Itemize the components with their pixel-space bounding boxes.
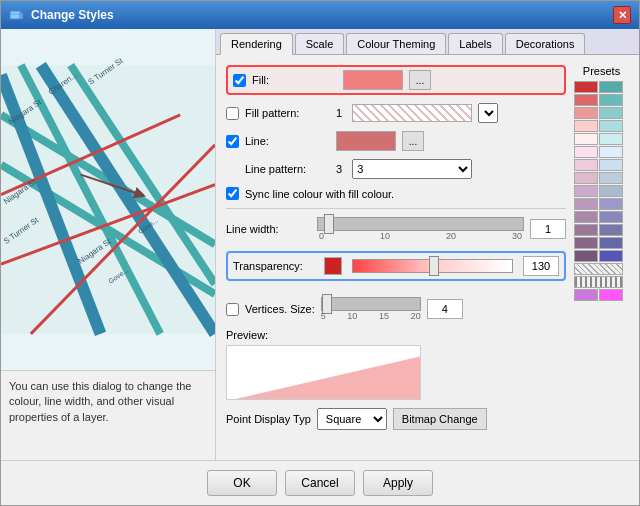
preset-swatch[interactable] <box>574 276 623 288</box>
fill-checkbox[interactable] <box>233 74 246 87</box>
tab-rendering[interactable]: Rendering <box>220 33 293 55</box>
sync-checkbox[interactable] <box>226 187 239 200</box>
preset-swatch[interactable] <box>574 224 598 236</box>
vertices-row: Vertices. Size: 5 10 15 20 4 <box>226 297 566 321</box>
preset-swatch[interactable] <box>599 146 623 158</box>
preset-swatch[interactable] <box>574 120 598 132</box>
preset-swatch[interactable] <box>574 172 598 184</box>
preset-row <box>574 94 629 106</box>
preset-swatch[interactable] <box>599 94 623 106</box>
preset-swatch[interactable] <box>599 159 623 171</box>
tab-decorations[interactable]: Decorations <box>505 33 586 54</box>
transparency-color-box <box>324 257 342 275</box>
preset-swatch[interactable] <box>599 198 623 210</box>
preset-swatch[interactable] <box>599 237 623 249</box>
apply-button[interactable]: Apply <box>363 470 433 496</box>
preset-row <box>574 133 629 145</box>
svg-marker-1 <box>20 11 23 19</box>
preset-swatch[interactable] <box>574 146 598 158</box>
preset-row <box>574 237 629 249</box>
preset-swatch[interactable] <box>599 81 623 93</box>
preset-swatch[interactable] <box>599 172 623 184</box>
vertices-checkbox[interactable] <box>226 303 239 316</box>
transparency-slider[interactable] <box>352 259 513 273</box>
preset-row <box>574 120 629 132</box>
preset-swatch[interactable] <box>599 250 623 262</box>
line-color-preview[interactable] <box>336 131 396 151</box>
preset-row <box>574 224 629 236</box>
line-width-slider-container: 0 10 20 30 <box>317 217 524 241</box>
fill-label: Fill: <box>252 74 337 86</box>
preset-swatch[interactable] <box>574 107 598 119</box>
left-panel: Niagara St Charen... S Turner St Niagara… <box>1 29 216 460</box>
content-area: Niagara St Charen... S Turner St Niagara… <box>1 29 639 460</box>
preset-row <box>574 172 629 184</box>
fill-color-button[interactable]: ... <box>409 70 431 90</box>
preset-swatch[interactable] <box>574 81 598 93</box>
fill-pattern-checkbox[interactable] <box>226 107 239 120</box>
tabs-row: Rendering Scale Colour Theming Labels De… <box>216 29 639 55</box>
close-button[interactable]: ✕ <box>613 6 631 24</box>
divider-1 <box>226 208 566 209</box>
fill-pattern-value: 1 <box>336 107 342 119</box>
fill-pattern-select[interactable] <box>478 103 498 123</box>
transparency-row: Transparency: 130 <box>226 251 566 281</box>
line-width-marks: 0 10 20 30 <box>317 231 524 241</box>
line-pattern-value: 3 <box>336 163 342 175</box>
preset-swatch[interactable] <box>599 120 623 132</box>
right-panel: Rendering Scale Colour Theming Labels De… <box>216 29 639 460</box>
preset-swatch[interactable] <box>599 224 623 236</box>
preview-section: Preview: <box>226 329 566 400</box>
preset-swatch[interactable] <box>574 237 598 249</box>
line-width-label: Line width: <box>226 223 311 235</box>
vertices-value[interactable]: 4 <box>427 299 463 319</box>
point-display-label: Point Display Typ <box>226 413 311 425</box>
fill-row: Fill: ... <box>226 65 566 95</box>
preset-swatch[interactable] <box>599 289 623 301</box>
preset-row <box>574 81 629 93</box>
preset-swatch[interactable] <box>574 185 598 197</box>
preset-swatch[interactable] <box>574 263 623 275</box>
fill-color-preview[interactable] <box>343 70 403 90</box>
description-text: You can use this dialog to change the co… <box>9 380 191 423</box>
preset-row <box>574 276 629 288</box>
ok-button[interactable]: OK <box>207 470 277 496</box>
line-width-value[interactable]: 1 <box>530 219 566 239</box>
line-checkbox[interactable] <box>226 135 239 148</box>
transparency-value[interactable]: 130 <box>523 256 559 276</box>
tab-content-rendering: Fill: ... Fill pattern: 1 <box>216 55 639 460</box>
preset-swatch[interactable] <box>574 159 598 171</box>
preset-swatch[interactable] <box>599 211 623 223</box>
line-width-slider[interactable] <box>317 217 524 231</box>
preview-label: Preview: <box>226 329 566 341</box>
preset-swatch[interactable] <box>599 185 623 197</box>
vertices-slider[interactable] <box>321 297 421 311</box>
map-area: Niagara St Charen... S Turner St Niagara… <box>1 29 215 370</box>
point-display-select[interactable]: Square Circle Triangle <box>317 408 387 430</box>
preset-swatch[interactable] <box>574 211 598 223</box>
preset-swatch[interactable] <box>574 133 598 145</box>
preset-swatch[interactable] <box>574 250 598 262</box>
line-pattern-select[interactable]: 3 <box>352 159 472 179</box>
map-canvas: Niagara St Charen... S Turner St Niagara… <box>1 29 215 370</box>
line-width-section: Line width: 0 10 20 30 1 <box>226 217 566 241</box>
tab-scale[interactable]: Scale <box>295 33 345 54</box>
preset-row <box>574 198 629 210</box>
cancel-button[interactable]: Cancel <box>285 470 355 496</box>
preset-swatch[interactable] <box>599 133 623 145</box>
tab-labels[interactable]: Labels <box>448 33 502 54</box>
preset-swatch[interactable] <box>574 94 598 106</box>
line-color-button[interactable]: ... <box>402 131 424 151</box>
tab-colour-theming[interactable]: Colour Theming <box>346 33 446 54</box>
vertices-label: Vertices. Size: <box>245 303 315 315</box>
line-label: Line: <box>245 135 330 147</box>
preset-row <box>574 185 629 197</box>
preset-row <box>574 250 629 262</box>
bitmap-change-button[interactable]: Bitmap Change <box>393 408 487 430</box>
preset-swatch[interactable] <box>574 289 598 301</box>
preset-swatch[interactable] <box>599 107 623 119</box>
settings-area: Fill: ... Fill pattern: 1 <box>226 65 566 450</box>
preset-swatch[interactable] <box>574 198 598 210</box>
vertices-marks: 5 10 15 20 <box>321 311 421 321</box>
fill-pattern-label: Fill pattern: <box>245 107 330 119</box>
